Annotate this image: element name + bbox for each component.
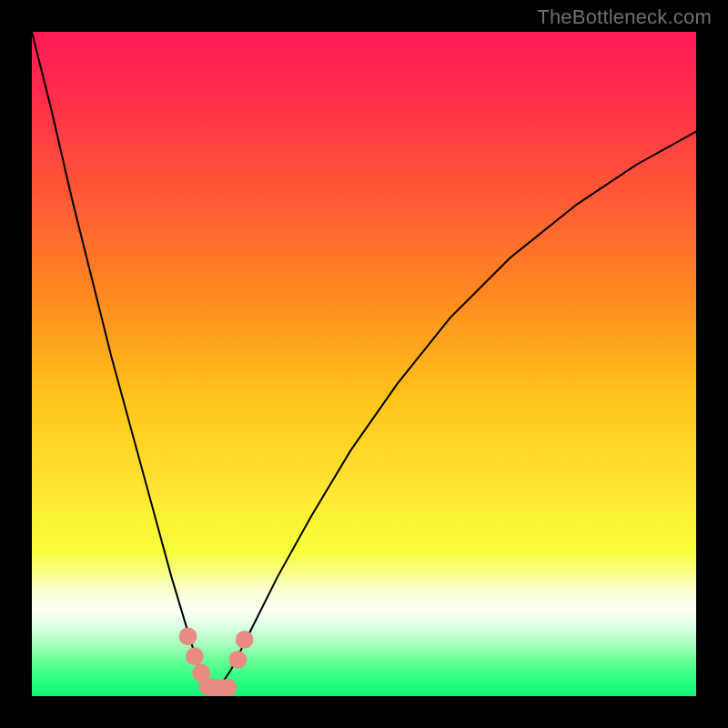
plot-area bbox=[32, 32, 696, 696]
dot-2 bbox=[186, 647, 204, 665]
bottleneck-curve bbox=[32, 32, 696, 696]
curve-path bbox=[32, 32, 696, 696]
dot-8 bbox=[228, 651, 247, 669]
curve-markers bbox=[179, 627, 254, 696]
dot-7 bbox=[218, 679, 237, 696]
dot-9 bbox=[236, 631, 254, 649]
chart-frame: TheBottleneck.com bbox=[0, 0, 728, 728]
dot-1 bbox=[179, 627, 197, 645]
watermark-text: TheBottleneck.com bbox=[537, 5, 712, 29]
